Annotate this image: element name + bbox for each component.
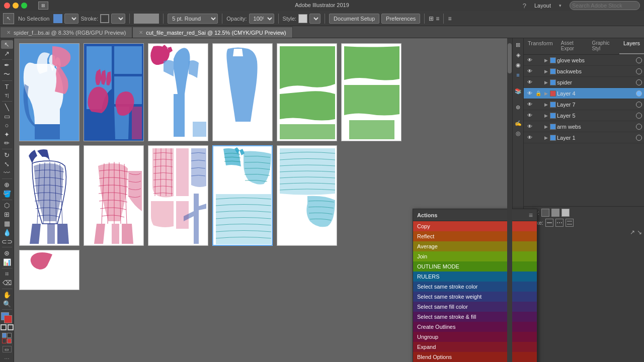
artboard-partial[interactable] — [19, 250, 79, 290]
close-tab-active-icon[interactable]: ✕ — [139, 30, 143, 35]
action-same-stroke-weight[interactable]: Select same stroke weight — [413, 292, 537, 302]
layer-vis-layer7[interactable]: 👁 — [526, 102, 534, 107]
layers-panel-icon[interactable]: ≡ — [514, 70, 523, 79]
selection-tool-icon[interactable]: ↖ — [3, 13, 14, 24]
artboard-3[interactable] — [148, 43, 208, 141]
maximize-button[interactable] — [21, 3, 27, 9]
artboard-10-selected[interactable] — [212, 145, 273, 246]
graphic-styles-tab[interactable]: Graphic Styl — [588, 38, 619, 54]
assets-panel-icon[interactable]: ◈ — [514, 50, 523, 59]
live-paint-tool[interactable]: 🪣 — [1, 190, 13, 198]
stroke-options[interactable]: ↕ — [64, 14, 78, 24]
action-reflect[interactable]: Reflect — [413, 231, 537, 241]
ellipse-tool[interactable]: ○ — [1, 121, 13, 130]
slice-tool[interactable]: ⌗ — [1, 270, 13, 279]
close-button[interactable] — [4, 3, 10, 9]
arrange-panel-icon[interactable]: ⊞ — [514, 40, 523, 49]
appearance-icon[interactable]: ◎ — [514, 129, 523, 138]
document-setup-button[interactable]: Document Setup — [329, 14, 379, 24]
mesh-tool[interactable]: ⊞ — [1, 210, 13, 219]
preferences-button[interactable]: Preferences — [381, 14, 420, 24]
search-stock-input[interactable] — [570, 1, 640, 10]
action-rulers[interactable]: RULERS — [413, 272, 537, 282]
action-join[interactable]: Join — [413, 251, 537, 261]
view-mode-buttons[interactable] — [2, 333, 12, 343]
perspective-tool[interactable]: ⬡ — [1, 201, 13, 210]
layers-tab[interactable]: Layers — [619, 38, 644, 54]
layer-row-glove-webs[interactable]: 👁 ▶ glove webs — [524, 55, 644, 66]
type-swatch-3[interactable] — [561, 209, 570, 217]
close-tab-icon[interactable]: ✕ — [7, 30, 11, 35]
action-same-fill-color[interactable]: Select same fill color — [413, 302, 537, 312]
scale-tool[interactable]: ⤡ — [1, 160, 13, 168]
angle-down-icon[interactable]: ↘ — [637, 229, 642, 236]
eraser-tool[interactable]: ⌫ — [1, 279, 13, 287]
angle-up-icon[interactable]: ↗ — [630, 229, 635, 236]
action-same-stroke-fill[interactable]: Select same stroke & fill — [413, 312, 537, 322]
artboard-4[interactable] — [212, 43, 273, 141]
fill-color-swatch[interactable] — [53, 14, 62, 23]
artboard-6[interactable] — [341, 43, 401, 141]
symbol-tool[interactable]: ⊛ — [1, 249, 13, 257]
bar-chart-tool[interactable]: 📊 — [1, 258, 13, 266]
stroke-swatch-3[interactable] — [566, 219, 574, 227]
symbols-icon[interactable]: ⊛ — [514, 103, 523, 112]
layer-expand-layer5[interactable]: ▶ — [543, 113, 549, 118]
layer-expand-arm-webs[interactable]: ▶ — [543, 124, 549, 129]
tab-spider[interactable]: ✕ spider_f...bs.ai @ 8.33% (RGB/GPU Prev… — [0, 27, 132, 38]
direct-select-tool[interactable]: ↗ — [1, 49, 13, 58]
artboard-8[interactable] — [84, 145, 144, 246]
layer-expand-backwebs[interactable]: ▶ — [543, 69, 549, 74]
artboard-7[interactable] — [19, 145, 79, 246]
action-ungroup[interactable]: Ungroup — [413, 332, 537, 342]
action-copy[interactable]: Copy — [413, 221, 537, 231]
action-same-stroke-color[interactable]: Select same stroke color — [413, 282, 537, 292]
distribute-icon[interactable]: ≡ — [436, 15, 439, 22]
layer-vis-glove-webs[interactable]: 👁 — [526, 57, 534, 63]
action-create-outlines[interactable]: Create Outlines — [413, 322, 537, 332]
hand-tool[interactable]: ✋ — [1, 291, 13, 299]
stroke-select[interactable]: ↕ — [111, 14, 125, 24]
warp-tool[interactable]: 〰 — [1, 169, 13, 177]
color-swatches[interactable] — [1, 312, 13, 321]
arrange-icon[interactable]: ⊞ — [429, 15, 434, 22]
workspace-icon[interactable]: ⊞ — [38, 2, 48, 10]
layer-row-layer7[interactable]: 👁 ▶ Layer 7 — [524, 99, 644, 110]
type-touch-tool[interactable]: T| — [1, 92, 13, 100]
layer-vis-backwebs[interactable]: 👁 — [526, 68, 534, 74]
layer-vis-layer1[interactable]: 👁 — [526, 135, 534, 140]
layer-vis-arm-webs[interactable]: 👁 — [526, 124, 534, 129]
artboard-9[interactable] — [148, 145, 208, 246]
layer-row-arm-webs[interactable]: 👁 ▶ arm webs — [524, 121, 644, 132]
eyedropper-tool[interactable]: 💧 — [1, 228, 13, 237]
tab-cut-file[interactable]: ✕ cut_file_master_red_Sai @ 12.5% (CMYK/… — [132, 27, 292, 38]
zoom-tool[interactable]: 🔍 — [1, 300, 13, 308]
layer-expand-layer7[interactable]: ▶ — [543, 102, 549, 107]
stroke-swatch-2[interactable] — [555, 219, 564, 227]
toggle-screen-mode[interactable]: ▭ — [3, 346, 12, 352]
action-average[interactable]: Average — [413, 241, 537, 251]
action-expand[interactable]: Expand — [413, 342, 537, 352]
style-swatch[interactable] — [298, 14, 307, 23]
more-tools-button[interactable]: … — [4, 354, 10, 360]
layer-vis-layer4[interactable]: 👁 — [526, 90, 534, 96]
pen-tool[interactable]: ✒ — [1, 61, 13, 69]
asset-export-tab[interactable]: Asset Expor — [557, 38, 588, 54]
transform-tab[interactable]: Transform — [524, 38, 557, 54]
shape-builder-tool[interactable]: ⊕ — [1, 180, 13, 189]
minimize-button[interactable] — [13, 3, 19, 9]
layer-row-layer1[interactable]: 👁 ▶ Layer 1 — [524, 132, 644, 143]
layer-row-spider[interactable]: 👁 ▶ spider — [524, 77, 644, 88]
rotate-tool[interactable]: ↻ — [1, 151, 13, 159]
stroke-swatch-1[interactable] — [545, 219, 553, 227]
line-tool[interactable]: ╲ — [1, 103, 13, 112]
stroke-swatch[interactable] — [100, 14, 109, 23]
layer-vis-layer5[interactable]: 👁 — [526, 113, 534, 118]
gradient-tool[interactable]: ▦ — [1, 219, 13, 228]
rect-tool[interactable]: ▭ — [1, 112, 13, 121]
layer-row-backwebs[interactable]: 👁 ▶ backwebs — [524, 66, 644, 77]
pencil-tool[interactable]: ✏ — [1, 139, 13, 147]
layer-vis-spider[interactable]: 👁 — [526, 79, 534, 85]
layer-row-layer4[interactable]: 👁 🔒 ▶ Layer 4 — [524, 88, 644, 99]
artboard-5[interactable] — [277, 43, 337, 141]
